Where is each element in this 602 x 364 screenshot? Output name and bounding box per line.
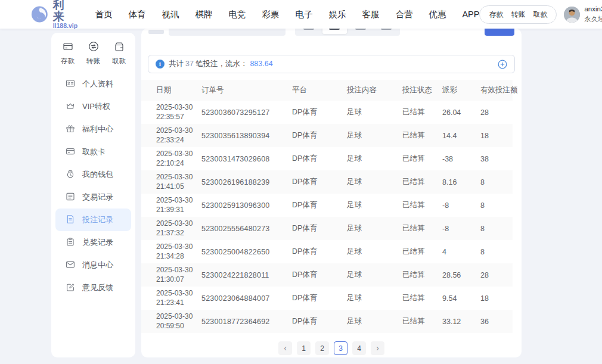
cell-bet-status: 已结算 xyxy=(402,177,442,187)
cell-payout: -8 xyxy=(442,225,480,233)
turnover-amount: 883.64 xyxy=(250,60,272,68)
sidebar-item[interactable]: VIP特权 xyxy=(51,95,135,118)
page-button[interactable]: 1 xyxy=(297,341,311,355)
cell-platform: DP体育 xyxy=(292,200,347,210)
sidebar-item-label: 福利中心 xyxy=(82,124,113,135)
cell-payout: -38 xyxy=(442,155,480,163)
sidebar-item[interactable]: 个人资料 xyxy=(51,73,135,95)
sidebar-item[interactable]: 交易记录 xyxy=(51,186,135,209)
summary-bar: i 共计37笔投注，流水：883.64 xyxy=(148,55,515,73)
cell-bet-status: 已结算 xyxy=(402,154,442,164)
sidebar-item[interactable]: 消息中心 xyxy=(51,254,135,276)
table-row: 2025-03-3021:41:05 5230026196188239 DP体育… xyxy=(141,170,513,194)
cell-date: 2025-03-3022:35:57 xyxy=(156,103,201,122)
expand-icon[interactable] xyxy=(498,60,507,69)
table-header: 日期订单号平台投注内容投注状态派彩有效投注额 xyxy=(141,80,513,101)
pagination: ‹ 1234 › xyxy=(141,341,522,355)
bet-count: 37 xyxy=(185,60,194,68)
nav-item[interactable]: 电子 xyxy=(295,9,312,20)
prev-page-button[interactable]: ‹ xyxy=(278,341,292,355)
avatar[interactable] xyxy=(564,7,580,23)
sidebar-item[interactable]: 意见反馈 xyxy=(51,276,135,299)
cell-valid-amount: 18 xyxy=(480,132,513,140)
sidebar-item[interactable]: 福利中心 xyxy=(51,118,135,141)
table-header-cell: 日期 xyxy=(156,85,201,95)
brand-logo[interactable]: 利来 ll188.vip xyxy=(31,0,79,29)
sidebar-item[interactable]: 兑奖记录 xyxy=(51,231,135,254)
page-button[interactable]: 4 xyxy=(352,341,366,355)
nav-item[interactable]: 优惠 xyxy=(429,9,446,20)
quick-action[interactable]: 存款 xyxy=(61,41,75,66)
search-button[interactable] xyxy=(485,29,514,36)
cell-valid-amount: 36 xyxy=(480,318,513,326)
nav-item[interactable]: 娱乐 xyxy=(328,9,346,20)
cell-payout: 14.4 xyxy=(442,132,480,140)
date-range-input[interactable] xyxy=(169,29,286,36)
quick-action[interactable]: 转账 xyxy=(86,41,100,66)
date-quick-tabs[interactable] xyxy=(295,29,400,36)
wallet-action[interactable]: 转账 xyxy=(511,10,525,20)
brand-domain: ll188.vip xyxy=(53,22,80,30)
table-row: 2025-03-3021:37:32 5230025556480273 DP体育… xyxy=(141,217,513,240)
nav-item[interactable]: 体育 xyxy=(128,9,145,20)
cell-order-number: 5230018772364692 xyxy=(201,318,292,326)
sidebar: 存款 转账 取款 个人资料 VIP特权 福利中心 取款卡 我的钱包 交易记录 xyxy=(51,33,135,357)
cell-date: 2025-03-3021:30:07 xyxy=(156,266,201,285)
bet-record-icon xyxy=(66,214,75,226)
date-tab[interactable] xyxy=(374,29,398,34)
cell-payout: -8 xyxy=(442,201,480,210)
cell-order-number: 5230031473029608 xyxy=(201,155,292,163)
date-tab[interactable] xyxy=(297,29,321,34)
page-button[interactable]: 3 xyxy=(334,341,347,355)
cell-date: 2025-03-3020:59:50 xyxy=(156,312,201,331)
sidebar-item-label: VIP特权 xyxy=(82,101,110,112)
sidebar-menu: 个人资料 VIP特权 福利中心 取款卡 我的钱包 交易记录 投注记录 兑奖记录 … xyxy=(51,73,135,299)
cell-order-number: 5230025913096300 xyxy=(201,201,292,210)
cell-order-number: 5230024221828011 xyxy=(201,271,292,279)
nav-item[interactable]: 客服 xyxy=(362,9,379,20)
nav-item[interactable]: 电竞 xyxy=(228,9,246,20)
cell-platform: DP体育 xyxy=(292,270,347,280)
cell-valid-amount: 8 xyxy=(480,178,513,186)
cell-bet-status: 已结算 xyxy=(402,223,442,234)
nav-item[interactable]: APP xyxy=(462,10,479,19)
next-page-button[interactable]: › xyxy=(371,341,384,355)
nav-item[interactable]: 视讯 xyxy=(162,9,179,20)
cell-bet-status: 已结算 xyxy=(402,316,442,326)
table-row: 2025-03-3021:39:31 5230025913096300 DP体育… xyxy=(141,194,513,217)
nav-item[interactable]: 棋牌 xyxy=(195,9,212,20)
nav-item[interactable]: 合营 xyxy=(395,9,412,20)
date-tab-active[interactable] xyxy=(322,29,346,34)
date-tab[interactable] xyxy=(349,29,373,34)
cell-valid-amount: 8 xyxy=(480,201,513,210)
cell-bet-content: 足球 xyxy=(347,107,402,117)
cell-bet-status: 已结算 xyxy=(402,247,442,257)
sidebar-item-label: 个人资料 xyxy=(82,79,113,89)
deposit-icon xyxy=(63,41,73,54)
main-nav: 首页体育视讯棋牌电竞彩票电子娱乐客服合营优惠APP xyxy=(95,9,479,20)
sidebar-item[interactable]: 投注记录 xyxy=(55,209,131,231)
wallet-icon xyxy=(66,169,75,181)
nav-item[interactable]: 彩票 xyxy=(262,9,279,20)
sidebar-item-label: 意见反馈 xyxy=(82,282,113,293)
cell-bet-content: 足球 xyxy=(347,270,402,280)
sidebar-item-label: 我的钱包 xyxy=(82,169,113,180)
page-button[interactable]: 2 xyxy=(315,341,329,355)
table-row: 2025-03-3022:33:24 5230035613890394 DP体育… xyxy=(141,124,513,147)
quick-action[interactable]: 取款 xyxy=(112,41,126,66)
sidebar-item[interactable]: 我的钱包 xyxy=(51,163,135,186)
bet-table: 日期订单号平台投注内容投注状态派彩有效投注额 2025-03-3022:35:5… xyxy=(141,80,513,333)
page-buttons: 1234 xyxy=(297,341,366,355)
summary-text: 共计37笔投注，流水：883.64 xyxy=(169,59,273,69)
cell-bet-content: 足球 xyxy=(347,247,402,257)
cell-order-number: 5230026196188239 xyxy=(201,178,292,186)
sidebar-item[interactable]: 取款卡 xyxy=(51,141,135,163)
cell-bet-content: 足球 xyxy=(347,316,402,326)
sidebar-item-label: 取款卡 xyxy=(82,147,105,157)
cell-bet-status: 已结算 xyxy=(402,293,442,303)
wallet-action[interactable]: 存款 xyxy=(489,10,503,20)
brand-name: 利来 xyxy=(53,0,80,22)
wallet-action[interactable]: 取款 xyxy=(533,10,547,20)
brand-logo-icon xyxy=(31,5,48,24)
nav-item[interactable]: 首页 xyxy=(95,9,112,20)
